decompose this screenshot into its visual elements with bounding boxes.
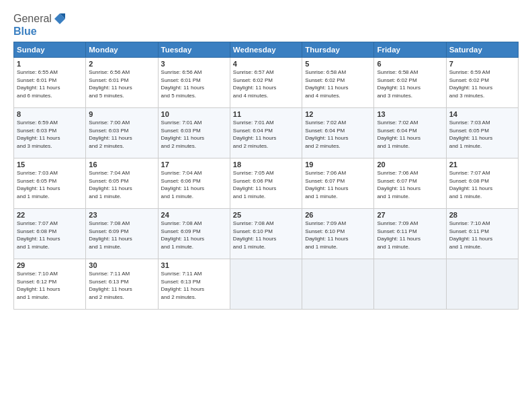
day-info: Sunrise: 6:55 AM Sunset: 6:01 PM Dayligh… xyxy=(17,68,83,99)
calendar-cell: 12Sunrise: 7:02 AM Sunset: 6:04 PM Dayli… xyxy=(302,108,374,158)
calendar-page: General Blue SundayMondayTuesdayWednesda… xyxy=(0,0,532,316)
day-info: Sunrise: 7:08 AM Sunset: 6:10 PM Dayligh… xyxy=(233,220,299,250)
calendar-cell: 16Sunrise: 7:04 AM Sunset: 6:05 PM Dayli… xyxy=(86,158,158,209)
col-header-sunday: Sunday xyxy=(14,42,86,58)
day-number: 23 xyxy=(89,211,154,219)
day-info: Sunrise: 7:06 AM Sunset: 6:07 PM Dayligh… xyxy=(377,169,443,200)
day-info: Sunrise: 6:58 AM Sunset: 6:02 PM Dayligh… xyxy=(377,68,443,99)
day-info: Sunrise: 7:05 AM Sunset: 6:06 PM Dayligh… xyxy=(233,169,299,200)
col-header-wednesday: Wednesday xyxy=(230,42,302,58)
day-info: Sunrise: 7:11 AM Sunset: 6:13 PM Dayligh… xyxy=(161,270,227,301)
logo: General Blue xyxy=(13,12,66,38)
day-info: Sunrise: 7:01 AM Sunset: 6:04 PM Dayligh… xyxy=(233,119,299,150)
day-number: 11 xyxy=(233,110,299,118)
day-info: Sunrise: 6:58 AM Sunset: 6:02 PM Dayligh… xyxy=(305,68,371,99)
day-info: Sunrise: 7:11 AM Sunset: 6:13 PM Dayligh… xyxy=(89,270,154,301)
day-number: 12 xyxy=(305,110,371,118)
calendar-cell: 7Sunrise: 6:59 AM Sunset: 6:02 PM Daylig… xyxy=(446,58,518,108)
calendar-table: SundayMondayTuesdayWednesdayThursdayFrid… xyxy=(13,42,519,310)
calendar-cell xyxy=(446,259,518,310)
day-number: 27 xyxy=(377,211,443,219)
calendar-cell: 19Sunrise: 7:06 AM Sunset: 6:07 PM Dayli… xyxy=(302,158,374,209)
calendar-cell: 31Sunrise: 7:11 AM Sunset: 6:13 PM Dayli… xyxy=(158,259,230,310)
day-number: 6 xyxy=(377,60,443,68)
day-number: 3 xyxy=(161,60,227,68)
day-info: Sunrise: 7:04 AM Sunset: 6:06 PM Dayligh… xyxy=(161,169,227,200)
calendar-cell: 18Sunrise: 7:05 AM Sunset: 6:06 PM Dayli… xyxy=(230,158,302,209)
calendar-cell: 13Sunrise: 7:02 AM Sunset: 6:04 PM Dayli… xyxy=(374,108,446,158)
header: General Blue xyxy=(13,12,519,38)
day-info: Sunrise: 7:02 AM Sunset: 6:04 PM Dayligh… xyxy=(377,119,443,150)
calendar-cell: 23Sunrise: 7:08 AM Sunset: 6:09 PM Dayli… xyxy=(86,209,158,259)
day-number: 20 xyxy=(377,161,443,169)
day-info: Sunrise: 7:03 AM Sunset: 6:05 PM Dayligh… xyxy=(17,169,83,200)
day-number: 31 xyxy=(161,261,227,269)
calendar-cell: 14Sunrise: 7:03 AM Sunset: 6:05 PM Dayli… xyxy=(446,108,518,158)
day-info: Sunrise: 7:08 AM Sunset: 6:09 PM Dayligh… xyxy=(89,220,154,250)
week-row-5: 29Sunrise: 7:10 AM Sunset: 6:12 PM Dayli… xyxy=(14,259,519,310)
day-info: Sunrise: 7:09 AM Sunset: 6:10 PM Dayligh… xyxy=(305,220,371,250)
day-number: 14 xyxy=(449,110,515,118)
day-info: Sunrise: 7:07 AM Sunset: 6:08 PM Dayligh… xyxy=(449,169,515,200)
week-row-3: 15Sunrise: 7:03 AM Sunset: 6:05 PM Dayli… xyxy=(14,158,519,209)
day-info: Sunrise: 7:06 AM Sunset: 6:07 PM Dayligh… xyxy=(305,169,371,200)
day-info: Sunrise: 7:08 AM Sunset: 6:09 PM Dayligh… xyxy=(161,220,227,250)
day-info: Sunrise: 7:07 AM Sunset: 6:08 PM Dayligh… xyxy=(17,220,83,250)
day-number: 2 xyxy=(89,60,154,68)
day-number: 8 xyxy=(17,110,83,118)
logo-general: General xyxy=(13,13,52,25)
day-info: Sunrise: 6:57 AM Sunset: 6:02 PM Dayligh… xyxy=(233,68,299,99)
day-number: 4 xyxy=(233,60,299,68)
day-number: 26 xyxy=(305,211,371,219)
week-row-4: 22Sunrise: 7:07 AM Sunset: 6:08 PM Dayli… xyxy=(14,209,519,259)
col-header-tuesday: Tuesday xyxy=(158,42,230,58)
calendar-cell: 29Sunrise: 7:10 AM Sunset: 6:12 PM Dayli… xyxy=(14,259,86,310)
day-number: 25 xyxy=(233,211,299,219)
day-info: Sunrise: 7:00 AM Sunset: 6:03 PM Dayligh… xyxy=(89,119,154,150)
day-number: 17 xyxy=(161,161,227,169)
calendar-cell: 26Sunrise: 7:09 AM Sunset: 6:10 PM Dayli… xyxy=(302,209,374,259)
day-info: Sunrise: 6:59 AM Sunset: 6:02 PM Dayligh… xyxy=(449,68,515,99)
calendar-cell: 25Sunrise: 7:08 AM Sunset: 6:10 PM Dayli… xyxy=(230,209,302,259)
week-row-1: 1Sunrise: 6:55 AM Sunset: 6:01 PM Daylig… xyxy=(14,58,519,108)
day-number: 22 xyxy=(17,211,83,219)
calendar-cell: 3Sunrise: 6:56 AM Sunset: 6:01 PM Daylig… xyxy=(158,58,230,108)
day-number: 16 xyxy=(89,161,154,169)
calendar-cell: 4Sunrise: 6:57 AM Sunset: 6:02 PM Daylig… xyxy=(230,58,302,108)
week-row-2: 8Sunrise: 6:59 AM Sunset: 6:03 PM Daylig… xyxy=(14,108,519,158)
day-info: Sunrise: 7:09 AM Sunset: 6:11 PM Dayligh… xyxy=(377,220,443,250)
calendar-cell: 21Sunrise: 7:07 AM Sunset: 6:08 PM Dayli… xyxy=(446,158,518,209)
logo-blue: Blue xyxy=(13,26,37,37)
calendar-body: 1Sunrise: 6:55 AM Sunset: 6:01 PM Daylig… xyxy=(14,58,519,310)
calendar-cell xyxy=(302,259,374,310)
day-number: 5 xyxy=(305,60,371,68)
day-info: Sunrise: 6:56 AM Sunset: 6:01 PM Dayligh… xyxy=(161,68,227,99)
col-header-friday: Friday xyxy=(374,42,446,58)
day-number: 1 xyxy=(17,60,83,68)
col-header-monday: Monday xyxy=(86,42,158,58)
calendar-cell: 22Sunrise: 7:07 AM Sunset: 6:08 PM Dayli… xyxy=(14,209,86,259)
calendar-cell: 1Sunrise: 6:55 AM Sunset: 6:01 PM Daylig… xyxy=(14,58,86,108)
day-number: 24 xyxy=(161,211,227,219)
calendar-cell: 30Sunrise: 7:11 AM Sunset: 6:13 PM Dayli… xyxy=(86,259,158,310)
day-number: 15 xyxy=(17,161,83,169)
calendar-cell: 28Sunrise: 7:10 AM Sunset: 6:11 PM Dayli… xyxy=(446,209,518,259)
day-info: Sunrise: 6:59 AM Sunset: 6:03 PM Dayligh… xyxy=(17,119,83,150)
day-info: Sunrise: 7:10 AM Sunset: 6:12 PM Dayligh… xyxy=(17,270,83,301)
day-number: 29 xyxy=(17,261,83,269)
day-number: 9 xyxy=(89,110,154,118)
calendar-cell: 2Sunrise: 6:56 AM Sunset: 6:01 PM Daylig… xyxy=(86,58,158,108)
day-number: 30 xyxy=(89,261,154,269)
calendar-cell: 6Sunrise: 6:58 AM Sunset: 6:02 PM Daylig… xyxy=(374,58,446,108)
col-header-saturday: Saturday xyxy=(446,42,518,58)
day-info: Sunrise: 7:01 AM Sunset: 6:03 PM Dayligh… xyxy=(161,119,227,150)
day-info: Sunrise: 7:03 AM Sunset: 6:05 PM Dayligh… xyxy=(449,119,515,150)
column-headers: SundayMondayTuesdayWednesdayThursdayFrid… xyxy=(14,42,519,58)
calendar-cell xyxy=(374,259,446,310)
calendar-cell: 5Sunrise: 6:58 AM Sunset: 6:02 PM Daylig… xyxy=(302,58,374,108)
calendar-cell xyxy=(230,259,302,310)
calendar-cell: 9Sunrise: 7:00 AM Sunset: 6:03 PM Daylig… xyxy=(86,108,158,158)
day-info: Sunrise: 6:56 AM Sunset: 6:01 PM Dayligh… xyxy=(89,68,154,99)
calendar-cell: 10Sunrise: 7:01 AM Sunset: 6:03 PM Dayli… xyxy=(158,108,230,158)
calendar-cell: 17Sunrise: 7:04 AM Sunset: 6:06 PM Dayli… xyxy=(158,158,230,209)
